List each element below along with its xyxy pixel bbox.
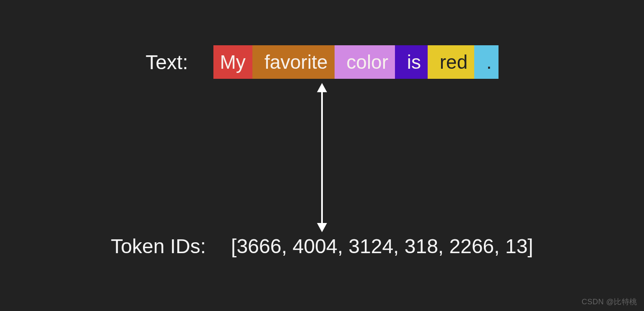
token-color: color bbox=[335, 45, 395, 79]
text-row: Text: My favorite color is red . bbox=[0, 45, 644, 79]
svg-marker-1 bbox=[317, 83, 327, 92]
diagram-stage: Text: My favorite color is red . Token I… bbox=[0, 0, 644, 311]
token-ids-row: Token IDs: [3666, 4004, 3124, 318, 2266,… bbox=[0, 235, 644, 258]
token-favorite: favorite bbox=[252, 45, 335, 79]
text-label: Text: bbox=[145, 51, 188, 74]
token-is: is bbox=[395, 45, 428, 79]
token-period: . bbox=[474, 45, 499, 79]
token-ids-value: [3666, 4004, 3124, 318, 2266, 13] bbox=[231, 235, 533, 258]
double-arrow-icon bbox=[0, 82, 644, 233]
token-ids-label: Token IDs: bbox=[111, 235, 206, 258]
watermark: CSDN @比特桃 bbox=[582, 297, 637, 307]
token-my: My bbox=[213, 45, 252, 79]
token-red: red bbox=[428, 45, 474, 79]
svg-marker-2 bbox=[317, 223, 327, 232]
token-strip: My favorite color is red . bbox=[213, 45, 499, 79]
